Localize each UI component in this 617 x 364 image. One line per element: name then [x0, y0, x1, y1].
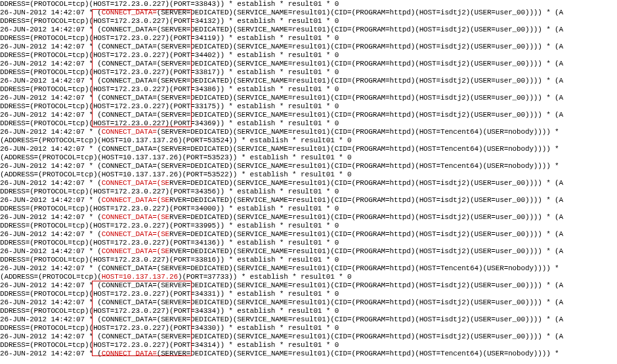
log-line: DDRESS=(PROTOCOL=tcp)(HOST=172.23.0.227)… — [0, 307, 617, 315]
log-line: 26-JUN-2012 14:42:07 * (CONNECT_DATA=(SE… — [0, 162, 617, 171]
log-line: DDRESS=(PROTOCOL=tcp)(HOST=172.23.0.227)… — [0, 188, 617, 196]
log-line: 26-JUN-2012 14:42:07 * (CONNECT_DATA=(SE… — [0, 145, 617, 153]
log-line: DDRESS=(PROTOCOL=tcp)(HOST=172.23.0.227)… — [0, 0, 617, 9]
log-line: 26-JUN-2012 14:42:07 * (CONNECT_DATA=(SE… — [0, 26, 617, 34]
log-line: 26-JUN-2012 14:42:07 * (CONNECT_DATA=(SE… — [0, 315, 617, 324]
log-line: 26-JUN-2012 14:42:07 * (CONNECT_DATA=(SE… — [0, 247, 617, 256]
log-line: 26-JUN-2012 14:42:07 * (CONNECT_DATA=(SE… — [0, 77, 617, 85]
log-line: (ADDRESS=(PROTOCOL=tcp)(HOST=10.137.137.… — [0, 136, 617, 145]
log-line: DDRESS=(PROTOCOL=tcp)(HOST=172.23.0.227)… — [0, 341, 617, 350]
log-line: 26-JUN-2012 14:42:07 * (CONNECT_DATA=(SE… — [0, 350, 617, 358]
log-line: 26-JUN-2012 14:42:07 * (CONNECT_DATA=(SE… — [0, 111, 617, 119]
log-line: DDRESS=(PROTOCOL=tcp)(HOST=172.23.0.227)… — [0, 256, 617, 264]
log-line: 26-JUN-2012 14:42:07 * (CONNECT_DATA=(SE… — [0, 298, 617, 307]
log-line: 26-JUN-2012 14:42:07 * (CONNECT_DATA=(SE… — [0, 43, 617, 51]
log-line: 26-JUN-2012 14:42:07 * (CONNECT_DATA=(SE… — [0, 60, 617, 68]
log-line: DDRESS=(PROTOCOL=tcp)(HOST=172.23.0.227)… — [0, 51, 617, 60]
log-line: 26-JUN-2012 14:42:07 * (CONNECT_DATA=(SE… — [0, 128, 617, 136]
log-line: DDRESS=(PROTOCOL=tcp)(HOST=172.23.0.227)… — [0, 85, 617, 94]
log-line: DDRESS=(PROTOCOL=tcp)(HOST=172.23.0.227)… — [0, 239, 617, 247]
log-line: 26-JUN-2012 14:42:07 * (CONNECT_DATA=(SE… — [0, 230, 617, 239]
log-line: (ADDRESS=(PROTOCOL=tcp)(HOST=10.137.137.… — [0, 171, 617, 179]
log-line: DDRESS=(PROTOCOL=tcp)(HOST=172.23.0.227)… — [0, 17, 617, 26]
log-line: 26-JUN-2012 14:42:07 * (CONNECT_DATA=(SE… — [0, 196, 617, 205]
log-line: DDRESS=(PROTOCOL=tcp)(HOST=172.23.0.227)… — [0, 324, 617, 333]
log-line: (ADDRESS=(PROTOCOL=tcp)(HOST=10.137.137.… — [0, 153, 617, 162]
log-line: DDRESS=(PROTOCOL=tcp)(HOST=172.23.0.227)… — [0, 205, 617, 213]
log-line: (ADDRESS=(PROTOCOL=tcp)(HOST=10.137.137.… — [0, 273, 617, 281]
log-line: 26-JUN-2012 14:42:07 * (CONNECT_DATA=(SE… — [0, 264, 617, 273]
log-line: 26-JUN-2012 14:42:07 * (CONNECT_DATA=(SE… — [0, 281, 617, 290]
log-line: 26-JUN-2012 14:42:07 * (CONNECT_DATA=(SE… — [0, 333, 617, 341]
log-line: DDRESS=(PROTOCOL=tcp)(HOST=172.23.0.227)… — [0, 119, 617, 128]
log-line: DDRESS=(PROTOCOL=tcp)(HOST=172.23.0.227)… — [0, 102, 617, 111]
log-output: DDRESS=(PROTOCOL=tcp)(HOST=172.23.0.227)… — [0, 0, 617, 358]
log-line: DDRESS=(PROTOCOL=tcp)(HOST=172.23.0.227)… — [0, 222, 617, 230]
log-line: 26-JUN-2012 14:42:07 * (CONNECT_DATA=(SE… — [0, 9, 617, 17]
log-line: 26-JUN-2012 14:42:07 * (CONNECT_DATA=(SE… — [0, 179, 617, 188]
log-line: DDRESS=(PROTOCOL=tcp)(HOST=172.23.0.227)… — [0, 68, 617, 77]
log-line: DDRESS=(PROTOCOL=tcp)(HOST=172.23.0.227)… — [0, 290, 617, 298]
log-line: DDRESS=(PROTOCOL=tcp)(HOST=172.23.0.227)… — [0, 34, 617, 43]
log-line: 26-JUN-2012 14:42:07 * (CONNECT_DATA=(SE… — [0, 94, 617, 102]
log-line: 26-JUN-2012 14:42:07 * (CONNECT_DATA=(SE… — [0, 213, 617, 222]
